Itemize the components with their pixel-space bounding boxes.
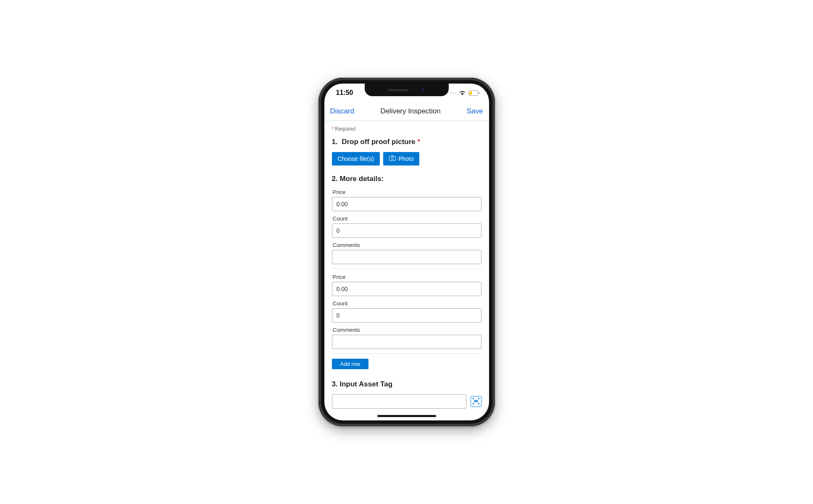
battery-low-icon bbox=[468, 90, 480, 96]
status-right bbox=[449, 90, 480, 96]
photo-button[interactable]: Photo bbox=[383, 152, 420, 165]
required-star: * bbox=[418, 138, 421, 146]
front-camera bbox=[421, 88, 425, 92]
nav-bar: Discard Delivery Inspection Save bbox=[324, 102, 489, 121]
detail-row-1: Price Count Comments bbox=[332, 189, 481, 264]
price-input[interactable] bbox=[332, 282, 481, 296]
status-time: 11:50 bbox=[336, 89, 353, 97]
question-3: 3. Input Asset Tag bbox=[332, 380, 481, 409]
price-label: Price bbox=[332, 274, 481, 280]
barcode-scan-button[interactable] bbox=[471, 396, 481, 407]
home-indicator[interactable] bbox=[377, 415, 436, 417]
add-row-label: Add row bbox=[340, 361, 360, 367]
camera-icon bbox=[389, 155, 396, 162]
question-2: 2. More details: Price Count bbox=[332, 175, 481, 369]
choose-files-label: Choose file(s) bbox=[338, 155, 374, 162]
required-hint-text: Required bbox=[335, 126, 356, 132]
choose-files-button[interactable]: Choose file(s) bbox=[332, 152, 380, 165]
count-label: Count bbox=[332, 215, 481, 222]
price-label: Price bbox=[332, 189, 481, 195]
phone-screen: 11:50 bbox=[324, 84, 489, 420]
count-input[interactable] bbox=[332, 223, 481, 238]
detail-row-2: Price Count Comments bbox=[332, 274, 481, 349]
discard-button[interactable]: Discard bbox=[330, 107, 355, 116]
svg-point-4 bbox=[391, 158, 393, 160]
save-button[interactable]: Save bbox=[467, 107, 483, 116]
phone-frame: 11:50 bbox=[318, 78, 495, 426]
asset-tag-input[interactable] bbox=[332, 394, 466, 409]
svg-rect-3 bbox=[389, 157, 395, 161]
question-2-title: 2. More details: bbox=[332, 175, 481, 183]
price-input[interactable] bbox=[332, 197, 481, 211]
comments-label: Comments bbox=[332, 327, 481, 333]
count-input[interactable] bbox=[332, 308, 481, 323]
form-content: * Required 1. Drop off proof picture * C… bbox=[324, 121, 489, 420]
cellular-dots-icon bbox=[449, 92, 456, 94]
wifi-icon bbox=[459, 90, 466, 95]
comments-label: Comments bbox=[332, 242, 481, 248]
row-divider bbox=[332, 353, 481, 354]
photo-label: Photo bbox=[398, 155, 414, 162]
comments-input[interactable] bbox=[332, 250, 481, 264]
required-hint: * Required bbox=[332, 126, 481, 132]
barcode-icon bbox=[473, 398, 479, 406]
svg-rect-1 bbox=[469, 91, 472, 94]
count-label: Count bbox=[332, 300, 481, 307]
question-3-title: 3. Input Asset Tag bbox=[332, 380, 481, 388]
comments-input[interactable] bbox=[332, 335, 481, 349]
svg-rect-2 bbox=[479, 92, 479, 94]
page-title: Delivery Inspection bbox=[380, 107, 441, 116]
question-1: 1. Drop off proof picture * Choose file(… bbox=[332, 138, 481, 165]
row-divider bbox=[332, 268, 481, 269]
phone-notch bbox=[365, 84, 449, 96]
question-1-title: 1. Drop off proof picture * bbox=[332, 138, 481, 146]
add-row-button[interactable]: Add row bbox=[332, 359, 369, 369]
speaker-grille bbox=[388, 89, 409, 91]
